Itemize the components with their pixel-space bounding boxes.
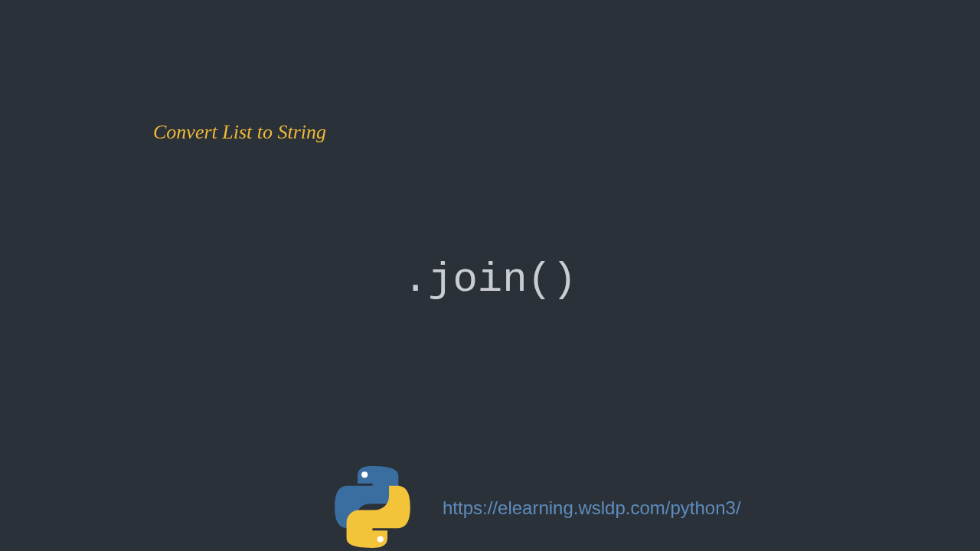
source-url: https://elearning.wsldp.com/python3/ xyxy=(443,497,741,519)
slide-title: Convert List to String xyxy=(153,121,326,144)
svg-point-1 xyxy=(377,536,384,542)
svg-point-0 xyxy=(361,471,368,478)
python-logo-icon xyxy=(329,465,416,551)
python-logo-container xyxy=(329,465,416,551)
code-snippet: .join() xyxy=(403,256,577,303)
